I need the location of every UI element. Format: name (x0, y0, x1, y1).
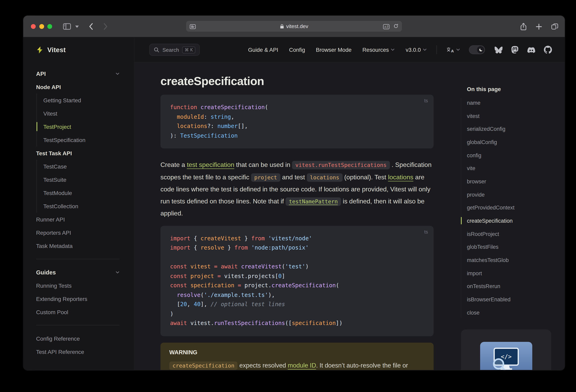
tab-overview-button[interactable] (551, 23, 558, 30)
outline-item-browser[interactable]: browser (467, 175, 565, 188)
close-window-button[interactable] (31, 24, 36, 29)
search-button[interactable]: Search ⌘ K (149, 44, 200, 56)
intro-paragraph: Create a test specification that can be … (160, 159, 433, 219)
sidebar-item-node-api[interactable]: Node API (36, 80, 119, 93)
outline-item-globalconfig[interactable]: globalConfig (467, 136, 565, 149)
zoom-window-button[interactable] (47, 24, 52, 29)
sidebar-section-guides[interactable]: Guides (36, 266, 119, 279)
sidebar-item-custom-pool[interactable]: Custom Pool (36, 305, 119, 319)
navbar-divider (436, 45, 437, 54)
inline-link[interactable]: test specification (187, 161, 234, 168)
sponsor-card[interactable]: </> (461, 330, 551, 370)
sidebar-subitems: TestCaseTestSuiteTestModuleTestCollectio… (36, 160, 119, 213)
outline-item-config[interactable]: config (467, 149, 565, 162)
sidebar-item-test-api-reference[interactable]: Test API Reference (36, 345, 119, 358)
svg-text:A: A (384, 25, 386, 29)
outline-item-name[interactable]: name (467, 96, 565, 109)
sidebar-group: Config ReferenceTest API Reference (23, 332, 134, 358)
outline-item-getprovidedcontext[interactable]: getProvidedContext (467, 201, 565, 214)
inline-code[interactable]: testNamePattern (286, 197, 341, 206)
sidebar-item-running-tests[interactable]: Running Tests (36, 279, 119, 292)
mastodon-link[interactable] (511, 46, 519, 54)
sidebar-item-config-reference[interactable]: Config Reference (36, 332, 119, 345)
main-area: Search ⌘ K Guide & APIConfigBrowser Mode… (134, 37, 565, 370)
inline-code: locations (307, 173, 342, 181)
sidebar-section-api[interactable]: API (36, 67, 119, 80)
desktop: vitest.dev A (0, 0, 576, 392)
outline-item-matchestestglob[interactable]: matchesTestGlob (467, 254, 565, 267)
outline-item-globtestfiles[interactable]: globTestFiles (467, 241, 565, 254)
chevron-down-icon (75, 25, 79, 28)
sidebar-item-testcase[interactable]: TestCase (43, 160, 119, 173)
sidebar-item-reporters-api[interactable]: Reporters API (36, 226, 119, 239)
code-block-signature: ts function createSpecification( moduleI… (160, 95, 433, 149)
forward-button[interactable] (104, 23, 108, 30)
sidebar-item-testcollection[interactable]: TestCollection (43, 199, 119, 213)
outline-item-vitest[interactable]: vitest (467, 109, 565, 122)
search-shortcut: ⌘ K (182, 46, 195, 53)
nav-link-resources[interactable]: Resources (362, 47, 395, 53)
sidebar-item-runner-api[interactable]: Runner API (36, 213, 119, 226)
outline-item-ontestsrerun[interactable]: onTestsRerun (467, 280, 565, 293)
back-button[interactable] (89, 23, 93, 30)
svg-text:A: A (451, 49, 454, 53)
outline-item-serializedconfig[interactable]: serializedConfig (467, 122, 565, 136)
outline-list: namevitestserializedConfigglobalConfigco… (467, 96, 565, 319)
outline-item-provide[interactable]: provide (467, 188, 565, 201)
new-tab-button[interactable] (536, 23, 542, 30)
plus-icon (536, 23, 542, 30)
address-bar[interactable]: vitest.dev A (186, 21, 402, 32)
code-block-example: ts import { createVitest } from 'vitest/… (160, 226, 433, 336)
outline-item-createspecification[interactable]: createSpecification (467, 214, 565, 227)
share-button[interactable] (520, 23, 527, 30)
vitest-logo[interactable]: Vitest (23, 37, 134, 62)
top-navbar: Search ⌘ K Guide & APIConfigBrowser Mode… (134, 37, 565, 62)
sidebar-item-test-task-api[interactable]: Test Task API (36, 147, 119, 160)
chevron-down-icon (423, 49, 427, 51)
outline-item-close[interactable]: close (467, 306, 565, 319)
inline-code: createSpecification (169, 361, 238, 370)
outline-item-import[interactable]: import (467, 267, 565, 280)
sidebar-divider (36, 259, 119, 259)
outline-item-vite[interactable]: vite (467, 162, 565, 175)
chevron-down-icon (115, 72, 119, 75)
sidebar-item-testmodule[interactable]: TestModule (43, 186, 119, 199)
inline-code: vitest.runTestSpecifications (292, 161, 390, 169)
sidebar-item-testproject[interactable]: TestProject (43, 120, 119, 133)
minimize-window-button[interactable] (39, 24, 44, 29)
sidebar-item-getting-started[interactable]: Getting Started (43, 93, 119, 107)
sidebar-toggle-button[interactable] (63, 23, 71, 30)
translate-icon: A (446, 46, 455, 53)
nav-link-config[interactable]: Config (289, 47, 305, 53)
page-body: createSpecification ts function createSp… (134, 62, 565, 370)
sidebar-item-extending-reporters[interactable]: Extending Reporters (36, 292, 119, 305)
sidebar-item-testspecification[interactable]: TestSpecification (43, 133, 119, 147)
nav-link-v3-0-0[interactable]: v3.0.0 (406, 47, 427, 53)
translate-button[interactable]: A (383, 24, 389, 31)
chevron-down-icon (391, 49, 395, 51)
sidebar-item-testsuite[interactable]: TestSuite (43, 173, 119, 186)
github-icon (544, 46, 552, 54)
sidebar-nav: APINode APIGetting StartedVitestTestProj… (23, 62, 134, 358)
reader-icon[interactable] (190, 24, 196, 31)
theme-toggle[interactable] (469, 45, 485, 54)
reload-button[interactable] (393, 23, 399, 30)
sidebar-item-vitest[interactable]: Vitest (43, 107, 119, 120)
inline-link[interactable]: locations (388, 174, 413, 180)
sidebar-item-task-metadata[interactable]: Task Metadata (36, 239, 119, 252)
discord-link[interactable] (527, 46, 536, 53)
outline-item-isbrowserenabled[interactable]: isBrowserEnabled (467, 293, 565, 306)
language-menu-button[interactable]: A (446, 46, 460, 53)
inline-link[interactable]: module ID (288, 362, 316, 368)
tab-group-chevron-button[interactable] (75, 25, 79, 28)
nav-link-guide-api[interactable]: Guide & API (248, 47, 278, 53)
github-link[interactable] (544, 46, 552, 54)
outline-item-isrootproject[interactable]: isRootProject (467, 228, 565, 241)
bluesky-link[interactable] (494, 46, 503, 53)
sidebar-subitems: Getting StartedVitestTestProjectTestSpec… (36, 93, 119, 147)
nav-link-browser-mode[interactable]: Browser Mode (316, 47, 352, 53)
outline-panel: On this page namevitestserializedConfigg… (461, 62, 565, 370)
discord-icon (527, 46, 536, 53)
share-icon (520, 23, 527, 30)
chevron-down-icon (456, 49, 460, 51)
